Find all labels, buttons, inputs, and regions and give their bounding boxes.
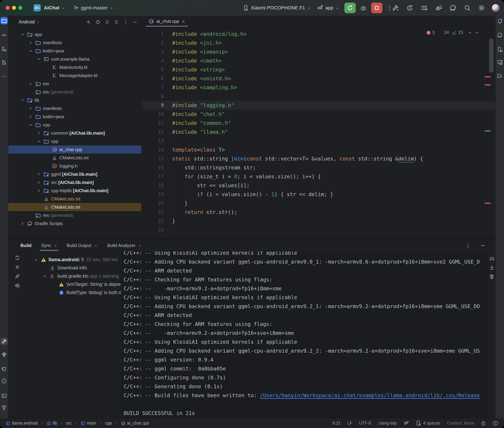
tree-item-logging-h[interactable]: Hlogging.h <box>8 162 141 170</box>
close-tab-icon[interactable] <box>182 19 185 24</box>
chevron-down-icon[interactable] <box>28 123 33 127</box>
chevron-down-icon[interactable] <box>37 139 41 144</box>
tree-item-ggml[interactable]: ggml [AiChat.lib.main] <box>8 170 141 178</box>
tree-item-lib[interactable]: lib <box>8 96 141 104</box>
tool-stripe-structure[interactable] <box>0 45 8 52</box>
tree-item-cmakelists-txt[interactable]: CMakeLists.txt <box>8 154 141 162</box>
tree-item-manifests[interactable]: manifests <box>8 104 141 113</box>
tool-stripe-commit[interactable] <box>0 32 8 39</box>
tree-item-kotlin-java[interactable]: kotlin+java <box>8 47 141 55</box>
code-line-2[interactable]: 2#include <jni.h> <box>142 39 495 48</box>
chevron-down-icon[interactable] <box>20 98 25 102</box>
build-button[interactable] <box>392 4 399 11</box>
breadcrumb-cpp[interactable]: cpp <box>105 421 112 426</box>
file-encoding[interactable]: UTF-8 <box>359 421 371 426</box>
tree-item-src[interactable]: src [AiChat.lib.main] <box>8 178 141 187</box>
chevron-right-icon[interactable] <box>28 82 33 86</box>
clear-icon[interactable] <box>489 274 495 279</box>
chevron-right-icon[interactable] <box>28 106 33 111</box>
inspections-widget[interactable]: 3 24 15 <box>426 30 479 35</box>
indent-config[interactable]: 4 spaces <box>416 420 440 426</box>
soft-wrap-icon[interactable] <box>489 256 495 262</box>
sync-translate-button[interactable]: A <box>406 4 413 11</box>
code-line-14[interactable]: 14template<class T> <box>142 145 495 154</box>
context-indicator[interactable]: Context: None <box>447 421 474 426</box>
rerun-button[interactable] <box>344 3 356 13</box>
chevron-right-icon[interactable] <box>37 172 41 176</box>
build-tree-item[interactable]: llama.android: fi 22 sec, 583 ms <box>8 255 121 264</box>
chevron-right-icon[interactable] <box>37 188 41 193</box>
chevron-down-icon[interactable] <box>37 57 41 61</box>
build-tree-item[interactable]: 'jvmTarget: String' is deprec <box>8 280 121 288</box>
tree-item-cmakelists-txt[interactable]: CMakeLists.txt <box>8 203 141 211</box>
build-tree-item[interactable]: build.gradle.kts app 1 warning <box>8 272 121 280</box>
breadcrumb-llama-android[interactable]: llama.android <box>6 421 38 426</box>
chevron-right-icon[interactable] <box>28 115 33 119</box>
chevron-down-icon[interactable] <box>20 32 25 37</box>
project-selector[interactable]: AiChat <box>44 0 65 16</box>
scroll-to-end-icon[interactable] <box>489 265 495 271</box>
code-line-23[interactable]: 23 <box>142 226 495 234</box>
add-icon[interactable] <box>86 19 91 25</box>
search-everywhere-button[interactable] <box>464 4 471 11</box>
minimize-window-button[interactable] <box>12 6 16 10</box>
build-tab-build-output[interactable]: Build Output <box>67 243 98 248</box>
tool-stripe-device-manager[interactable] <box>496 46 504 53</box>
gradle-sync-button[interactable] <box>449 4 457 11</box>
build-tree-item[interactable]: BuildType 'debug' is both de <box>8 288 121 297</box>
code-line-9[interactable]: 9#include "logging.h" <box>142 101 495 110</box>
code-line-20[interactable]: 20 } <box>142 199 495 208</box>
close-tab-icon[interactable] <box>94 243 98 248</box>
tool-stripe-gradle[interactable] <box>496 32 504 39</box>
zoom-window-button[interactable] <box>18 6 22 10</box>
stop-button[interactable] <box>371 3 382 13</box>
run-config-selector[interactable]: app <box>316 0 339 16</box>
tree-item-cpp[interactable]: cpp <box>8 121 141 129</box>
chevron-down-icon[interactable] <box>28 49 33 53</box>
tool-stripe-git[interactable] <box>0 404 8 412</box>
code-line-12[interactable]: 12#include "llama.h" <box>142 128 495 137</box>
build-options-icon[interactable] <box>465 243 471 248</box>
collapse-all-icon[interactable] <box>114 19 119 25</box>
editor-scrollbar-thumb[interactable] <box>489 38 494 73</box>
tree-item-ai-chat-cpp[interactable]: Cai_chat.cpp <box>8 145 141 154</box>
tab-ai-chat-cpp[interactable]: C ai_chat.cpp <box>145 16 188 27</box>
build-console[interactable]: C/C++: -- Using KleidiAI optimized kerne… <box>121 251 488 418</box>
next-problem-icon[interactable] <box>475 30 479 35</box>
hide-icon[interactable] <box>132 19 137 25</box>
code-line-3[interactable]: 3#include <iomanip> <box>142 48 495 56</box>
code-line-4[interactable]: 4#include <cmath> <box>142 56 495 65</box>
options-icon[interactable] <box>123 19 128 25</box>
tree-item-cmakelists-txt[interactable]: CMakeLists.txt <box>8 195 141 203</box>
tool-stripe-logcat[interactable] <box>0 365 8 372</box>
code-line-18[interactable]: 18 str << values[i]; <box>142 181 495 190</box>
hide-build-icon[interactable] <box>480 243 486 248</box>
error-stripe-mark[interactable] <box>485 76 491 77</box>
debug-button[interactable] <box>360 4 367 11</box>
code-area[interactable]: 1#include <android/log.h>2#include <jni.… <box>142 27 495 239</box>
code-line-6[interactable]: 6#include <unistd.h> <box>142 74 495 83</box>
code-style-config[interactable]: .clang-tidy <box>377 421 397 426</box>
tree-item-messageadapter-kt[interactable]: MessageAdapter.kt <box>8 71 141 80</box>
chevron-right-icon[interactable] <box>28 41 33 45</box>
close-tab-icon[interactable] <box>138 243 142 248</box>
code-line-15[interactable]: 15static std::string join(const std::vec… <box>142 154 495 163</box>
tree-item-mainactivity-kt[interactable]: MainActivity.kt <box>8 63 141 71</box>
tree-item-res[interactable]: res (generated) <box>8 211 141 219</box>
code-line-5[interactable]: 5#include <string> <box>142 65 495 74</box>
breadcrumb-lib[interactable]: lib <box>47 421 57 426</box>
avatar[interactable] <box>492 4 500 12</box>
prev-problem-icon[interactable] <box>468 30 472 35</box>
change-stripe-mark[interactable] <box>485 130 491 132</box>
device-stream-button[interactable] <box>421 4 428 11</box>
code-line-16[interactable]: 16 std::ostringstream str; <box>142 163 495 172</box>
tool-stripe-pull-requests[interactable] <box>0 59 8 66</box>
tree-item-res[interactable]: res (generated) <box>8 88 141 96</box>
chevron-right-icon[interactable] <box>37 131 41 135</box>
code-line-21[interactable]: 21 return str.str(); <box>142 208 495 217</box>
tool-stripe-more[interactable] <box>0 73 8 80</box>
tree-item-cpp[interactable]: cpp <box>8 137 141 145</box>
chevron-down-icon[interactable] <box>34 257 38 262</box>
tree-item-gradle-scripts[interactable]: Gradle Scripts <box>8 219 141 228</box>
tree-item-common[interactable]: common [AiChat.lib.main] <box>8 129 141 137</box>
